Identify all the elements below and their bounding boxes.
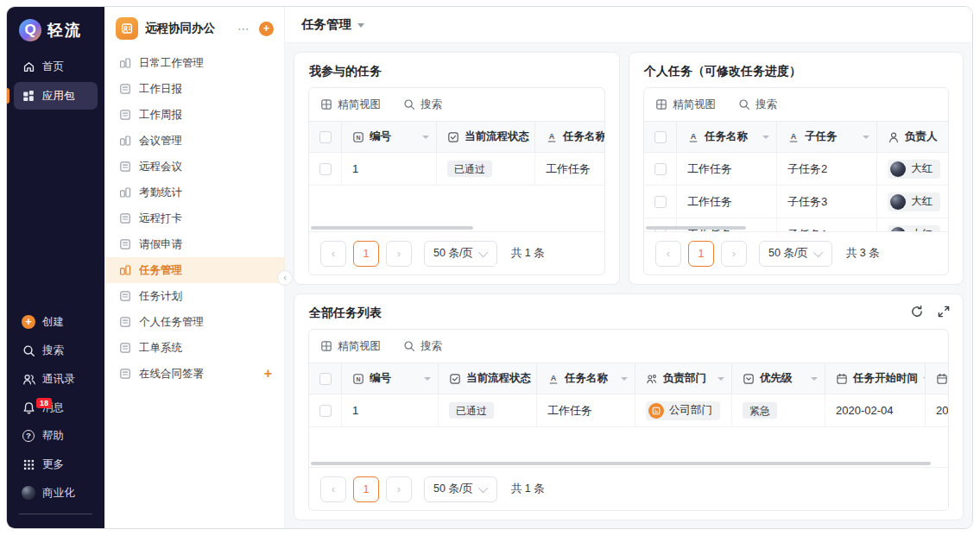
fullscreen-icon[interactable]	[936, 304, 952, 319]
prev-page-button[interactable]: ‹	[320, 241, 346, 267]
sidebar-item-commercial[interactable]: 商业化	[14, 479, 98, 507]
menu-item-daily-work[interactable]: 日常工作管理	[104, 50, 284, 76]
select-icon	[743, 373, 755, 385]
horizontal-scrollbar[interactable]	[311, 226, 473, 230]
more-options-icon[interactable]: ⋯	[232, 22, 256, 35]
menu-item-label: 考勤统计	[139, 186, 272, 200]
next-page-button[interactable]: ›	[721, 241, 747, 267]
select-all-checkbox[interactable]	[319, 373, 332, 385]
column-header-status[interactable]: 当前流程状态	[437, 122, 535, 152]
menu-item-attendance[interactable]: 考勤统计	[104, 180, 284, 205]
next-page-button[interactable]: ›	[386, 476, 412, 502]
add-app-button[interactable]: +	[259, 22, 274, 36]
sidebar-item-search[interactable]: 搜索	[14, 337, 98, 364]
table-row[interactable]: 工作任务 子任务3 大红	[644, 186, 948, 218]
row-checkbox[interactable]	[654, 196, 667, 208]
row-checkbox[interactable]	[654, 163, 667, 175]
dept-pill: 公司部门	[646, 401, 720, 420]
sort-caret-icon[interactable]	[762, 136, 769, 139]
sidebar-item-label: 商业化	[42, 486, 75, 501]
refresh-icon[interactable]	[909, 304, 925, 319]
menu-item-task-plan[interactable]: 任务计划	[104, 283, 284, 309]
select-all-checkbox[interactable]	[654, 131, 667, 143]
menu-item-ticket-system[interactable]: 工单系统	[104, 335, 284, 361]
sort-caret-icon[interactable]	[422, 136, 429, 139]
column-header-status[interactable]: 当前流程状态	[439, 363, 537, 394]
cell-owner: 大红	[877, 153, 948, 185]
sidebar-collapse-button[interactable]: ‹	[277, 270, 293, 286]
avatar	[890, 161, 906, 177]
column-header-clipped[interactable]	[926, 363, 948, 394]
table-row[interactable]: 1 已通过 工作任务 公司部门 紧急 2020-02-04	[309, 394, 948, 427]
page-size-select[interactable]: 50 条/页	[759, 241, 832, 267]
compact-view-button[interactable]: 精简视图	[320, 339, 381, 354]
sidebar-item-home[interactable]: 首页	[14, 53, 98, 80]
cell-name: 工作任务	[677, 186, 777, 218]
add-form-button[interactable]: +	[264, 366, 272, 382]
sidebar-item-label: 搜索	[42, 344, 64, 358]
row-checkbox[interactable]	[319, 405, 332, 417]
chevron-down-icon[interactable]	[357, 23, 364, 28]
menu-item-remote-meeting[interactable]: 远程会议	[104, 154, 284, 180]
table-row[interactable]: 工作任务 子任务2 大红	[644, 153, 948, 186]
page-size-select[interactable]: 50 条/页	[424, 476, 497, 502]
panel-actions	[909, 304, 952, 319]
search-button[interactable]: 搜索	[738, 98, 777, 112]
column-header-start-date[interactable]: 任务开始时间	[825, 363, 926, 394]
compact-view-button[interactable]: 精简视图	[320, 98, 381, 112]
column-header-no[interactable]: N 编号	[342, 122, 437, 152]
table-body: 工作任务 子任务2 大红 工作任务 子任务3 大红	[644, 153, 948, 231]
row-checkbox[interactable]	[319, 163, 332, 175]
column-header-priority[interactable]: 优先级	[732, 363, 825, 394]
horizontal-scrollbar[interactable]	[646, 226, 746, 230]
column-header-subtask[interactable]: A 子任务	[777, 122, 877, 152]
sidebar-item-messages[interactable]: 18 消息	[14, 394, 98, 421]
select-all-checkbox[interactable]	[319, 131, 332, 143]
column-header-dept[interactable]: 负责部门	[635, 363, 732, 394]
menu-item-online-contract[interactable]: 在线合同签署 +	[104, 361, 284, 387]
page-size-select[interactable]: 50 条/页	[424, 241, 497, 267]
menu-item-task-mgmt[interactable]: 任务管理	[104, 257, 284, 283]
page-number-button[interactable]: 1	[353, 241, 379, 267]
next-page-button[interactable]: ›	[386, 241, 412, 267]
column-header-name[interactable]: A 任务名称	[537, 363, 635, 394]
table-row[interactable]: 1 已通过 工作任务	[309, 153, 604, 186]
sort-caret-icon[interactable]	[424, 377, 431, 381]
sidebar-item-more[interactable]: 更多	[14, 451, 98, 478]
sort-caret-icon[interactable]	[621, 377, 628, 381]
sort-caret-icon[interactable]	[863, 136, 869, 139]
sidebar-item-help[interactable]: ? 帮助	[14, 422, 98, 450]
menu-item-label: 远程打卡	[139, 211, 272, 226]
prev-page-button[interactable]: ‹	[655, 241, 681, 267]
cell-owner: 大红	[877, 218, 948, 231]
page-header: 任务管理	[285, 7, 972, 43]
column-header-owner[interactable]: 负责人	[877, 122, 948, 152]
menu-item-leave-request[interactable]: 请假申请	[104, 231, 284, 257]
sidebar-item-contacts[interactable]: 通讯录	[14, 365, 98, 393]
column-header-name[interactable]: A 任务名称	[677, 122, 777, 152]
menu-item-weekly-report[interactable]: 工作周报	[104, 102, 284, 128]
sidebar-item-label: 帮助	[42, 429, 64, 444]
column-header-no[interactable]: N 编号	[342, 363, 439, 394]
table-header: N 编号 当前流程状态 A 任务名称	[309, 121, 604, 153]
column-header-name[interactable]: A 任务名称	[535, 122, 604, 152]
menu-item-remote-checkin[interactable]: 远程打卡	[104, 205, 284, 231]
menu-item-personal-task-mgmt[interactable]: 个人任务管理	[104, 309, 284, 335]
compact-view-button[interactable]: 精简视图	[655, 98, 716, 112]
prev-page-button[interactable]: ‹	[320, 476, 346, 502]
sort-caret-icon[interactable]	[811, 377, 818, 381]
group-icon	[646, 373, 658, 385]
sidebar-item-apps[interactable]: 应用包	[14, 82, 98, 110]
top-panels-row: 我参与的任务 精简视图 搜索	[294, 52, 964, 285]
page-number-button[interactable]: 1	[353, 476, 379, 502]
menu-item-meeting-mgmt[interactable]: 会议管理	[104, 128, 284, 154]
horizontal-scrollbar[interactable]	[311, 462, 931, 465]
search-button[interactable]: 搜索	[403, 98, 442, 112]
sort-caret-icon[interactable]	[718, 377, 724, 381]
table-body: 1 已通过 工作任务	[309, 153, 604, 231]
cell-no: 1	[342, 153, 437, 185]
search-button[interactable]: 搜索	[403, 339, 442, 354]
menu-item-daily-report[interactable]: 工作日报	[104, 76, 284, 102]
page-number-button[interactable]: 1	[688, 241, 714, 267]
sidebar-item-create[interactable]: + 创建	[14, 308, 98, 336]
